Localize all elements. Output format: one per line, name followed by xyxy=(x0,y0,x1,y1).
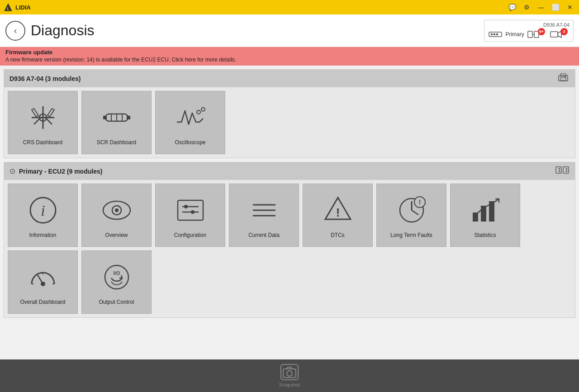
current-data-icon xyxy=(246,192,282,228)
svg-rect-25 xyxy=(127,116,130,119)
dtcs-label: DTCs xyxy=(331,232,345,238)
svg-text:L: L xyxy=(7,6,9,11)
information-icon: i xyxy=(25,192,61,228)
minimize-button[interactable]: — xyxy=(536,2,546,13)
module-overview[interactable]: Overview xyxy=(81,184,152,247)
svg-line-18 xyxy=(34,118,41,124)
dtcs-icon: ! xyxy=(320,192,356,228)
svg-rect-24 xyxy=(103,116,107,119)
module-information[interactable]: i Information xyxy=(8,184,78,247)
svg-text:!: ! xyxy=(418,198,421,206)
video-badge: 3 xyxy=(560,28,568,35)
title-bar: L LIDIA 💬 ⚙ — ⬜ ✕ xyxy=(0,0,579,14)
restore-button[interactable]: ⬜ xyxy=(550,2,561,13)
oscilloscope-icon xyxy=(172,99,209,136)
svg-point-14 xyxy=(565,76,566,77)
device-info-panel: D936 A7-04 Primary 9+ xyxy=(484,20,574,42)
svg-rect-39 xyxy=(178,200,203,220)
device-name: D936 A7-04 xyxy=(543,22,570,28)
svg-point-27 xyxy=(201,108,205,111)
svg-rect-30 xyxy=(559,170,560,172)
configuration-icon xyxy=(172,192,209,228)
close-button[interactable]: ✕ xyxy=(565,2,575,13)
svg-rect-12 xyxy=(560,78,566,80)
svg-text:!: ! xyxy=(336,206,340,219)
print-icon xyxy=(557,72,570,82)
svg-rect-13 xyxy=(560,74,566,76)
snapshot-label: Snapshot xyxy=(279,382,300,387)
overview-label: Overview xyxy=(105,232,128,238)
faults-badge: 9+ xyxy=(538,28,545,35)
current-data-label: Current Data xyxy=(248,232,280,238)
scr-icon xyxy=(99,99,135,136)
app-name: LIDIA xyxy=(15,4,507,11)
overall-dashboard-label: Overall Dashboard xyxy=(20,299,65,305)
svg-point-38 xyxy=(115,208,119,212)
svg-rect-9 xyxy=(551,32,558,37)
module-dtcs[interactable]: ! DTCs xyxy=(303,184,373,247)
section-ecu2-header: ⊙ Primary - ECU2 (9 modules) xyxy=(4,162,575,180)
snapshot-icon xyxy=(280,364,299,380)
module-output-control[interactable]: I/O Output Control xyxy=(81,250,152,314)
faults-icon-group: 9+ xyxy=(527,29,547,39)
ecu-icon xyxy=(488,29,503,39)
configuration-label: Configuration xyxy=(174,232,206,238)
module-oscilloscope[interactable]: Oscilloscope xyxy=(155,91,225,154)
window-controls: 💬 ⚙ — ⬜ ✕ xyxy=(507,2,575,13)
svg-rect-4 xyxy=(494,33,495,35)
information-label: Information xyxy=(29,232,56,238)
section-d936-title-group: D936 A7-04 (3 modules) xyxy=(9,75,81,82)
svg-text:i: i xyxy=(41,202,45,219)
snapshot-button[interactable]: Snapshot xyxy=(279,364,300,387)
svg-point-41 xyxy=(184,205,188,208)
overview-icon xyxy=(99,192,135,228)
bottom-bar: Snapshot xyxy=(0,359,579,392)
module-statistics[interactable]: Statistics xyxy=(450,184,520,247)
module-crs-dashboard[interactable]: CRS Dashboard xyxy=(8,91,78,154)
ecu2-action-icon xyxy=(555,165,570,175)
statistics-icon xyxy=(467,192,503,228)
long-term-faults-icon: ! xyxy=(394,192,430,228)
svg-point-65 xyxy=(287,371,292,376)
output-control-icon: I/O xyxy=(99,259,135,295)
section-ecu2-title-group: ⊙ Primary - ECU2 (9 modules) xyxy=(9,167,102,175)
overall-dashboard-icon xyxy=(25,259,61,295)
svg-point-43 xyxy=(191,210,195,214)
module-configuration[interactable]: Configuration xyxy=(155,184,225,247)
app-header: ‹ Diagnosis D936 A7-04 Primary xyxy=(0,14,579,47)
device-icon-row: Primary 9+ 3 xyxy=(488,29,570,39)
settings-button[interactable]: ⚙ xyxy=(521,2,532,13)
section-ecu2-action-btn[interactable] xyxy=(555,165,570,177)
firmware-banner[interactable]: Firmware update A new firmware version (… xyxy=(0,47,579,66)
output-control-label: Output Control xyxy=(99,299,134,305)
ecu-icon-group xyxy=(488,29,503,39)
svg-rect-31 xyxy=(563,167,569,173)
svg-line-51 xyxy=(412,210,418,215)
section-ecu2: ⊙ Primary - ECU2 (9 modules) xyxy=(4,162,575,318)
svg-point-26 xyxy=(197,110,200,114)
svg-rect-33 xyxy=(566,170,567,172)
svg-rect-28 xyxy=(556,167,561,173)
chat-button[interactable]: 💬 xyxy=(507,2,517,13)
section-d936-title: D936 A7-04 (3 modules) xyxy=(9,75,81,82)
crs-dashboard-label: CRS Dashboard xyxy=(23,139,62,146)
statistics-label: Statistics xyxy=(474,232,496,238)
back-button[interactable]: ‹ xyxy=(5,21,25,41)
svg-text:I/O: I/O xyxy=(113,270,120,276)
section-ecu2-collapse-btn[interactable]: ⊙ xyxy=(9,167,15,175)
page-title: Diagnosis xyxy=(31,22,484,39)
section-d936-grid: CRS Dashboard SCR Dashboard xyxy=(4,87,575,158)
section-d936-header: D936 A7-04 (3 modules) xyxy=(4,70,575,87)
section-d936: D936 A7-04 (3 modules) xyxy=(4,69,575,158)
primary-label: Primary xyxy=(505,31,524,38)
section-d936-print-btn[interactable] xyxy=(557,72,570,85)
module-scr-dashboard[interactable]: SCR Dashboard xyxy=(81,91,152,154)
svg-point-58 xyxy=(41,282,45,286)
module-long-term-faults[interactable]: ! Long Term Faults xyxy=(376,184,446,247)
firmware-title: Firmware update xyxy=(5,47,574,57)
video-icon-group: 3 xyxy=(550,29,570,39)
module-current-data[interactable]: Current Data xyxy=(229,184,299,247)
svg-rect-6 xyxy=(528,31,532,38)
main-content: D936 A7-04 (3 modules) xyxy=(0,66,579,359)
module-overall-dashboard[interactable]: Overall Dashboard xyxy=(8,250,78,314)
